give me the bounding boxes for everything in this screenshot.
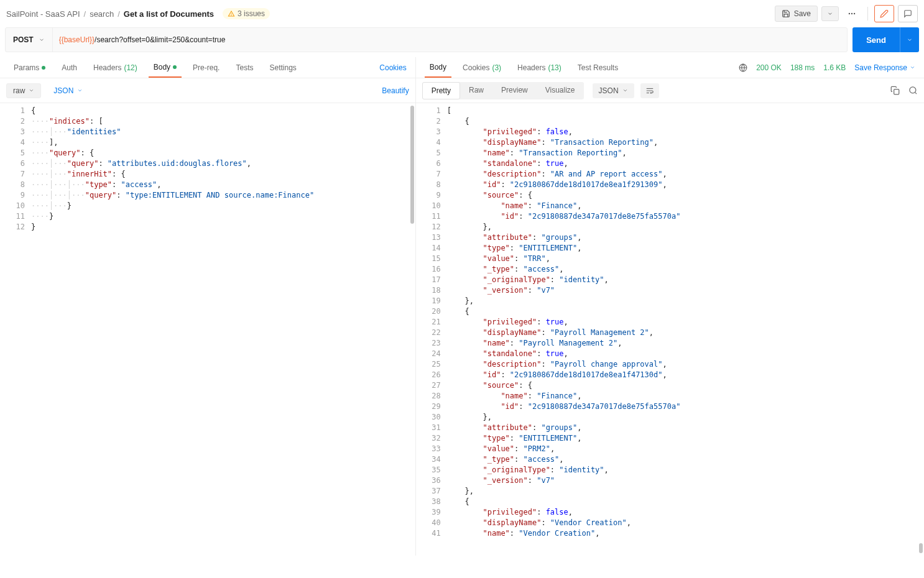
warning-icon — [228, 10, 235, 17]
tab-resp-cookies[interactable]: Cookies (3) — [458, 57, 506, 78]
body-type-selector[interactable]: raw — [6, 83, 41, 98]
beautify-button[interactable]: Beautify — [382, 86, 409, 95]
breadcrumb-item[interactable]: SailPoint - SaaS API — [6, 9, 80, 19]
tab-label: Headers — [93, 63, 121, 72]
tab-settings[interactable]: Settings — [264, 57, 301, 78]
response-language-selector[interactable]: JSON — [593, 83, 634, 98]
view-raw[interactable]: Raw — [460, 82, 492, 99]
chevron-down-icon — [29, 88, 34, 93]
svg-rect-7 — [894, 89, 899, 94]
tab-label: Body — [154, 63, 170, 71]
view-pretty[interactable]: Pretty — [422, 82, 460, 99]
chevron-down-icon — [910, 65, 915, 70]
scrollbar[interactable] — [410, 106, 414, 224]
edit-button[interactable] — [874, 5, 894, 22]
comment-button[interactable] — [898, 5, 918, 22]
tab-label: Headers — [517, 63, 545, 72]
tab-tests[interactable]: Tests — [231, 57, 258, 78]
chevron-down-icon — [827, 11, 833, 17]
body-language-selector[interactable]: JSON — [47, 84, 89, 98]
tab-body[interactable]: Body — [149, 57, 182, 78]
svg-line-9 — [915, 92, 917, 94]
breadcrumb-current: Get a list of Documents — [124, 9, 214, 19]
response-action-icons — [890, 86, 918, 95]
tab-count: (3) — [492, 63, 501, 72]
tab-prereq[interactable]: Pre-req. — [188, 57, 224, 78]
svg-point-0 — [849, 13, 850, 14]
response-view-options: Pretty Raw Preview Visualize JSON — [416, 78, 924, 103]
search-icon — [908, 86, 918, 95]
tab-resp-headers[interactable]: Headers (13) — [512, 57, 566, 78]
request-body-options: raw JSON Beautify — [0, 78, 415, 103]
issues-count: 3 issues — [238, 9, 265, 18]
breadcrumb-item[interactable]: search — [90, 9, 114, 19]
send-button[interactable]: Send — [852, 27, 900, 52]
view-visualize[interactable]: Visualize — [537, 82, 584, 99]
copy-button[interactable] — [890, 86, 900, 95]
request-body-editor[interactable]: 123456789101112 {····"indices": [····│··… — [0, 103, 415, 556]
response-status: 200 OK 188 ms 1.6 KB Save Response — [739, 63, 915, 72]
save-label: Save — [794, 9, 811, 18]
method-selector[interactable]: POST — [6, 28, 53, 52]
url-input[interactable]: {{baseUrl}}/search?offset=0&limit=250&co… — [53, 35, 232, 44]
request-tabs: Params Auth Headers (12) Body Pre-req. T… — [0, 57, 415, 78]
breadcrumb-sep: / — [118, 9, 120, 19]
status-dot — [42, 66, 45, 70]
svg-point-2 — [854, 13, 855, 14]
cookies-link[interactable]: Cookies — [379, 63, 406, 72]
more-options[interactable] — [843, 6, 861, 22]
response-body-viewer[interactable]: 1234567891011121314151617181920212223242… — [416, 103, 924, 556]
search-button[interactable] — [908, 86, 918, 95]
line-gutter: 1234567891011121314151617181920212223242… — [416, 103, 447, 556]
chevron-down-icon — [907, 37, 913, 43]
save-response-button[interactable]: Save Response — [854, 63, 915, 72]
status-dot — [173, 65, 177, 69]
tab-count: (13) — [548, 63, 561, 72]
request-bar: POST {{baseUrl}}/search?offset=0&limit=2… — [0, 27, 924, 57]
url-variable: {{baseUrl}} — [59, 35, 95, 44]
resp-lang-label: JSON — [599, 86, 619, 95]
save-dropdown[interactable] — [821, 6, 839, 21]
copy-icon — [890, 86, 900, 95]
chevron-down-icon — [39, 37, 45, 43]
save-icon — [782, 9, 790, 18]
response-tabs: Body Cookies (3) Headers (13) Test Resul… — [416, 57, 924, 78]
svg-point-8 — [910, 87, 916, 93]
dots-icon — [848, 9, 856, 18]
wrap-icon — [645, 86, 654, 95]
tab-headers[interactable]: Headers (12) — [88, 57, 142, 78]
code-content[interactable]: {····"indices": [····│···"identities"···… — [31, 103, 415, 556]
request-pane: Params Auth Headers (12) Body Pre-req. T… — [0, 57, 416, 556]
tab-resp-tests[interactable]: Test Results — [573, 57, 623, 78]
divider — [867, 7, 868, 21]
breadcrumb: SailPoint - SaaS API / search / Get a li… — [6, 8, 270, 19]
response-time[interactable]: 188 ms — [790, 63, 815, 72]
scrollbar[interactable] — [919, 543, 923, 553]
body-lang-label: JSON — [53, 86, 73, 95]
wrap-lines-button[interactable] — [640, 83, 659, 98]
response-size[interactable]: 1.6 KB — [823, 63, 846, 72]
top-bar: SailPoint - SaaS API / search / Get a li… — [0, 0, 924, 27]
breadcrumb-sep: / — [84, 9, 86, 19]
line-gutter: 123456789101112 — [0, 103, 31, 556]
svg-point-1 — [851, 13, 852, 14]
tab-params[interactable]: Params — [9, 57, 50, 78]
status-code[interactable]: 200 OK — [756, 63, 782, 72]
comment-icon — [903, 9, 912, 18]
save-button[interactable]: Save — [775, 6, 818, 22]
view-mode-tabs: Pretty Raw Preview Visualize — [422, 82, 584, 99]
response-pane: Body Cookies (3) Headers (13) Test Resul… — [416, 57, 924, 556]
chevron-down-icon — [622, 88, 628, 93]
save-response-label: Save Response — [854, 63, 907, 72]
globe-icon[interactable] — [739, 63, 747, 72]
method-label: POST — [13, 35, 34, 44]
tab-auth[interactable]: Auth — [57, 57, 82, 78]
send-dropdown[interactable] — [900, 27, 919, 52]
body-type-label: raw — [13, 86, 25, 95]
tab-resp-body[interactable]: Body — [425, 57, 451, 78]
view-preview[interactable]: Preview — [492, 82, 537, 99]
url-path: /search?offset=0&limit=250&count=true — [95, 35, 225, 44]
tab-count: (12) — [124, 63, 137, 72]
issues-badge[interactable]: 3 issues — [223, 8, 270, 19]
chevron-down-icon — [77, 88, 83, 93]
